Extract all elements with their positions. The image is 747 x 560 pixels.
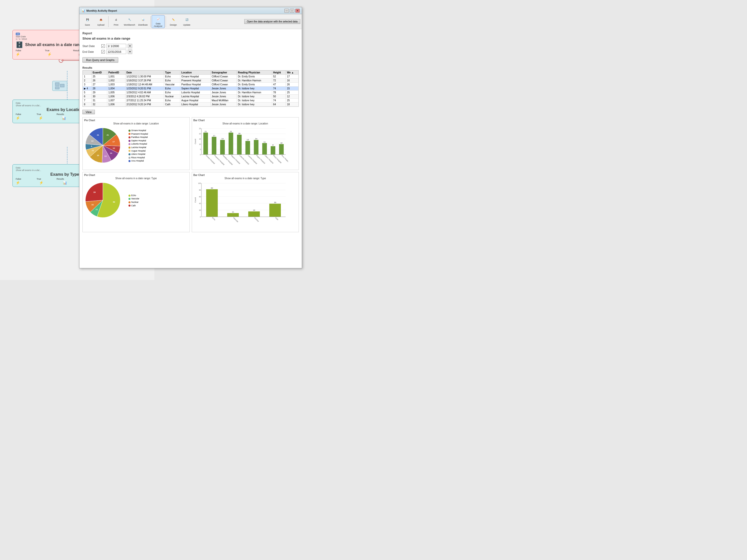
col-patientid: PatientID [107,71,125,75]
report-title: Show all exams in a date range [82,36,130,40]
svg-rect-7 [60,84,64,87]
svg-text:15: 15 [199,138,201,140]
title-bar: 📊 Monthly Activity Report — □ ✕ [79,7,302,14]
location-bar-panel: Bar Chart Show all exams in a date range… [192,117,299,170]
print-button[interactable]: 🖨 Print [109,15,123,28]
svg-text:20: 20 [199,209,201,211]
svg-rect-49 [254,140,258,155]
type-bar-panel: Bar Chart Show all exams in a date range… [192,172,299,232]
svg-rect-80 [206,189,217,217]
type-pie-area: 82111639 EchoVascularNuclearCath [84,181,188,220]
legend-item: Echo [128,194,139,197]
toolbar: 💾 Save 📤 Upload 🖨 Print 🔧 Workbench 📊 Di… [79,14,302,29]
maximize-button[interactable]: □ [290,9,294,13]
table-row[interactable]: 3271,0031/18/2012 12:44:48 AMVascularPan… [83,83,299,87]
design-icon: ✏️ [170,16,177,23]
svg-rect-43 [237,135,241,155]
table-row[interactable]: ▶ 4281,0041/23/2012 9:20:51 PMEchoSapien… [83,87,299,90]
location-pie-svg: 2117101413191181421 [84,126,127,166]
legend-item: Sapien Hospital [128,139,148,142]
end-date-calendar-button[interactable]: ▼ [128,50,132,54]
table-row[interactable]: 6301,0062/3/2012 4:26:02 PMNuclearLacini… [83,95,299,99]
col-weight: We ▲ [286,71,299,75]
minimize-button[interactable]: — [284,9,289,13]
table-row[interactable]: 2261,0021/16/2012 3:37:26 PMEchoPraesent… [83,79,299,83]
type-pie-title: Show all exams in a date range: Type [84,177,188,180]
svg-rect-52 [262,143,267,155]
close-button[interactable]: ✕ [295,9,300,13]
svg-text:80: 80 [199,189,201,191]
svg-rect-8 [55,87,59,89]
svg-rect-40 [229,133,233,155]
type-bar-svg: 02040608010082Echo11Vascular16Nuclear39C… [194,181,288,231]
results-table-wrapper: ExamID PatientID Date Type Location Sono… [82,70,299,107]
svg-rect-6 [55,83,59,86]
col-examid: ExamID [92,71,107,75]
start-date-calendar-button[interactable]: ▼ [128,44,132,48]
svg-text:14: 14 [110,152,112,154]
svg-text:19: 19 [97,154,99,157]
node1-title: Show all exams in a date range [25,42,84,47]
content-area: Report Show all exams in a date range St… [79,29,302,268]
node2-data-value: Show all exams in a dat... [16,104,41,107]
type-pie-svg: 82111639 [84,181,127,220]
open-analyzer-button[interactable]: Open the data analyzer with the selected… [244,19,300,24]
legend-item: Pantibus Hospital [128,136,148,139]
distribute-button[interactable]: 📊 Distribute [136,15,149,28]
view-button[interactable]: View [82,110,95,114]
svg-text:17: 17 [112,141,115,143]
workbench-button[interactable]: 🔧 Workbench [123,15,136,28]
toolbar-separator-2 [150,16,151,27]
svg-text:20: 20 [199,133,201,135]
svg-text:16: 16 [92,204,94,206]
svg-text:17: 17 [213,135,215,137]
start-date-input[interactable] [106,44,126,48]
table-row[interactable]: 5291,0051/29/2012 4:02:46 AMEchoLobortis… [83,90,299,95]
svg-text:13: 13 [247,139,249,141]
legend-item: Praesent Hospital [128,132,148,136]
node3-data-label: Data [16,166,41,169]
svg-text:Arcu Hospital: Arcu Hospital [281,155,288,163]
table-row[interactable]: 8321,0062/13/2012 9:20:14 PMCathLibero H… [83,103,299,107]
report-section-label: Report [82,32,130,35]
end-date-input[interactable] [106,50,126,54]
location-pie-panel: Pie Chart Show all exams in a date range… [82,117,190,170]
svg-text:0: 0 [200,154,201,156]
start-date-checkbox[interactable]: ✓ [101,44,105,48]
col-height: Height [272,71,286,75]
location-bar-svg: 051015202521Ornare Hospital17Praesent Ho… [194,126,288,168]
svg-rect-34 [212,137,216,155]
location-bar-label: Bar Chart [194,119,297,122]
end-date-field-label: End Date [82,50,100,53]
run-query-button[interactable]: Run Query and Graphs [82,57,118,63]
start-date-label: Start Date [16,35,27,38]
legend-item: Ornare Hospital [128,129,148,132]
update-icon: 🔄 [183,16,190,23]
update-button[interactable]: 🔄 Update [180,15,193,28]
svg-text:8: 8 [273,144,274,146]
table-row[interactable]: 7311,0072/7/2012 11:25:34 PMEchoAugue Ho… [83,99,299,103]
node3-data-value: Show all exams in a dat... [16,169,41,171]
workbench-icon: 🔧 [126,16,133,23]
col-type: Type [164,71,180,75]
svg-text:14: 14 [221,138,224,140]
svg-text:25: 25 [199,128,201,129]
svg-rect-89 [269,204,281,217]
toolbar-separator-3 [165,16,166,27]
col-physician: Reading Physician [237,71,272,75]
start-date-row: Start Date ✓ ▼ [82,44,299,48]
svg-text:82: 82 [113,201,115,203]
type-pie-label: Pie Chart [84,174,188,177]
end-date-checkbox[interactable]: ✓ [101,50,105,54]
svg-text:11: 11 [96,208,98,211]
main-window: 📊 Monthly Activity Report — □ ✕ 💾 Save 📤… [79,7,302,268]
charts-area: Pie Chart Show all exams in a date range… [82,117,299,232]
svg-text:10: 10 [199,143,201,145]
design-button[interactable]: ✏️ Design [167,15,180,28]
svg-text:Risus Hospital: Risus Hospital [273,155,282,164]
upload-button[interactable]: 📤 Upload [94,15,107,28]
print-icon: 🖨 [112,16,120,23]
save-button[interactable]: 💾 Save [81,15,94,28]
data-analyzer-button[interactable]: 📈 Data Analyzer [152,15,164,28]
table-row[interactable]: 1251,0011/12/2012 1:30:00 PMEchoOrnare H… [83,75,299,79]
